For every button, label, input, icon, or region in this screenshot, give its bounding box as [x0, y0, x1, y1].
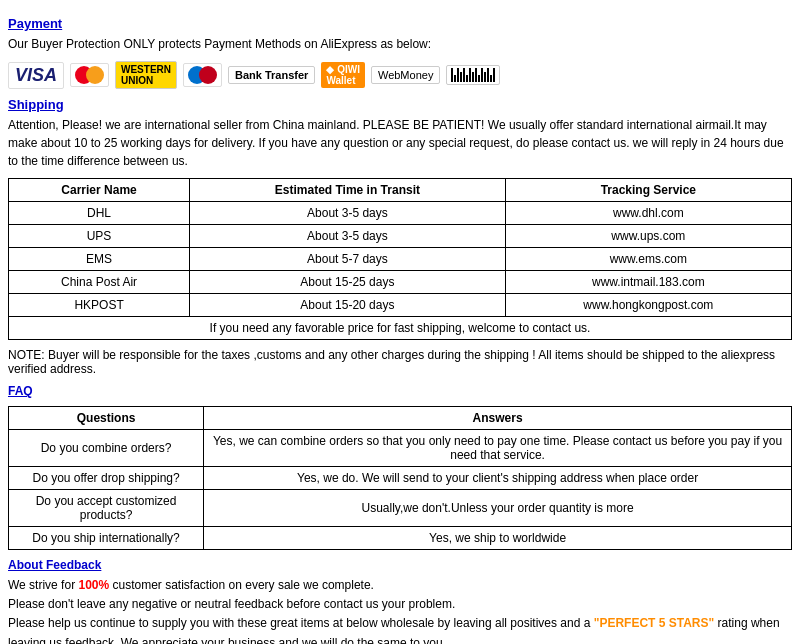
- faq-section: FAQ Questions Answers Do you combine ord…: [8, 384, 792, 550]
- carrier-cell: China Post Air: [9, 271, 190, 294]
- faq-answer-cell: Yes, we do. We will send to your client'…: [204, 467, 792, 490]
- about-line-3: Please help us continue to supply you wi…: [8, 614, 792, 644]
- table-row: DHL About 3-5 days www.dhl.com: [9, 202, 792, 225]
- webmoney-icon: WebMoney: [371, 66, 440, 84]
- about-feedback-section: About Feedback We strive for 100% custom…: [8, 558, 792, 644]
- tracking-cell: www.dhl.com: [505, 202, 791, 225]
- transit-cell: About 15-20 days: [190, 294, 506, 317]
- shipping-note: NOTE: Buyer will be responsible for the …: [8, 348, 792, 376]
- transit-cell: About 3-5 days: [190, 202, 506, 225]
- table-footer-cell: If you need any favorable price for fast…: [9, 317, 792, 340]
- carrier-cell: HKPOST: [9, 294, 190, 317]
- shipping-table: Carrier Name Estimated Time in Transit T…: [8, 178, 792, 340]
- carrier-cell: DHL: [9, 202, 190, 225]
- transit-cell: About 15-25 days: [190, 271, 506, 294]
- payment-subtitle: Our Buyer Protection ONLY protects Payme…: [8, 35, 792, 53]
- faq-row: Do you combine orders? Yes, we can combi…: [9, 430, 792, 467]
- qiwi-wallet-icon: ◆ QIWIWallet: [321, 62, 365, 88]
- faq-row: Do you offer drop shipping? Yes, we do. …: [9, 467, 792, 490]
- about-line-2: Please don't leave any negative or neutr…: [8, 595, 792, 614]
- faq-answer-cell: Usually,we don't.Unless your order quant…: [204, 490, 792, 527]
- faq-question-cell: Do you offer drop shipping?: [9, 467, 204, 490]
- transit-header: Estimated Time in Transit: [190, 179, 506, 202]
- about-line-1: We strive for 100% customer satisfaction…: [8, 576, 792, 595]
- boleto-icon: [446, 65, 500, 85]
- transit-cell: About 3-5 days: [190, 225, 506, 248]
- faq-answer-cell: Yes, we can combine orders so that you o…: [204, 430, 792, 467]
- carrier-cell: EMS: [9, 248, 190, 271]
- mastercard-icon: [70, 63, 109, 87]
- table-footer-row: If you need any favorable price for fast…: [9, 317, 792, 340]
- faq-questions-header: Questions: [9, 407, 204, 430]
- faq-answers-header: Answers: [204, 407, 792, 430]
- transit-cell: About 5-7 days: [190, 248, 506, 271]
- maestro-icon: [183, 63, 222, 87]
- table-row: HKPOST About 15-20 days www.hongkongpost…: [9, 294, 792, 317]
- tracking-header: Tracking Service: [505, 179, 791, 202]
- carrier-header: Carrier Name: [9, 179, 190, 202]
- highlight-stars: "PERFECT 5 STARS": [594, 616, 715, 630]
- about-feedback-text: We strive for 100% customer satisfaction…: [8, 576, 792, 644]
- bank-transfer-icon: Bank Transfer: [228, 66, 315, 84]
- highlight-100: 100%: [78, 578, 109, 592]
- carrier-cell: UPS: [9, 225, 190, 248]
- tracking-cell: www.hongkongpost.com: [505, 294, 791, 317]
- tracking-cell: www.ups.com: [505, 225, 791, 248]
- shipping-title: Shipping: [8, 97, 792, 112]
- about-feedback-title: About Feedback: [8, 558, 792, 572]
- faq-answer-cell: Yes, we ship to worldwide: [204, 527, 792, 550]
- visa-icon: VISA: [8, 62, 64, 89]
- faq-question-cell: Do you accept customized products?: [9, 490, 204, 527]
- faq-table: Questions Answers Do you combine orders?…: [8, 406, 792, 550]
- table-row: China Post Air About 15-25 days www.intm…: [9, 271, 792, 294]
- tracking-cell: www.ems.com: [505, 248, 791, 271]
- shipping-description: Attention, Please! we are international …: [8, 116, 792, 170]
- shipping-section: Shipping Attention, Please! we are inter…: [8, 97, 792, 376]
- western-union-icon: WESTERNUNION: [115, 61, 177, 89]
- faq-title: FAQ: [8, 384, 792, 398]
- payment-methods-row: VISA WESTERNUNION Bank Transfer ◆ QIWIWa…: [8, 61, 792, 89]
- payment-title: Payment: [8, 16, 792, 31]
- table-row: UPS About 3-5 days www.ups.com: [9, 225, 792, 248]
- table-row: EMS About 5-7 days www.ems.com: [9, 248, 792, 271]
- faq-question-cell: Do you ship internationally?: [9, 527, 204, 550]
- faq-row: Do you accept customized products? Usual…: [9, 490, 792, 527]
- tracking-cell: www.intmail.183.com: [505, 271, 791, 294]
- faq-question-cell: Do you combine orders?: [9, 430, 204, 467]
- payment-section: Payment Our Buyer Protection ONLY protec…: [8, 16, 792, 89]
- faq-row: Do you ship internationally? Yes, we shi…: [9, 527, 792, 550]
